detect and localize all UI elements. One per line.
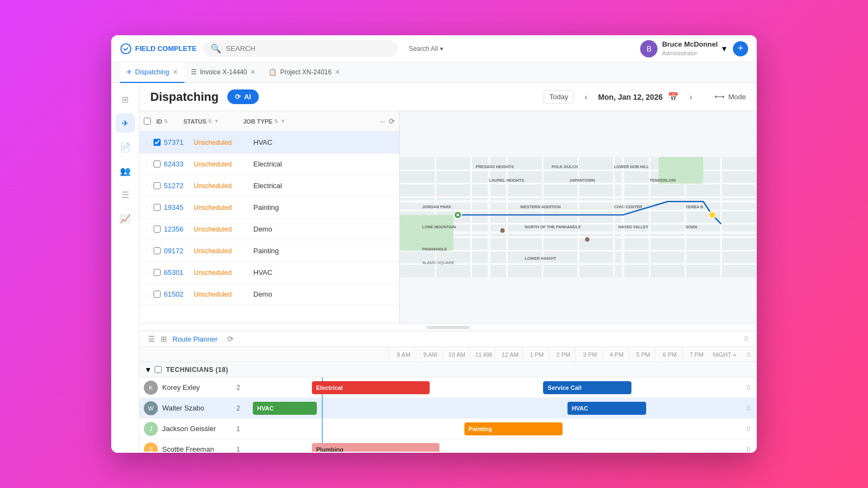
job-block-plumbing[interactable]: Plumbing: [312, 443, 440, 452]
sidebar-item-table[interactable]: ☰: [116, 185, 135, 204]
timeline-divider-jackson: [322, 419, 323, 439]
row-id[interactable]: 57371: [164, 138, 194, 146]
row-checkbox[interactable]: [154, 226, 161, 233]
refresh-timeline-button[interactable]: ⟳: [227, 335, 234, 343]
time-11am: 11 AM: [469, 347, 495, 362]
status-sort-icon[interactable]: ⇅: [208, 119, 212, 124]
jobtype-sort-icon[interactable]: ⇅: [274, 119, 278, 124]
next-date-arrow[interactable]: ›: [684, 91, 697, 104]
search-bar[interactable]: 🔍: [203, 40, 398, 57]
svg-text:JORDAN PARK: JORDAN PARK: [422, 204, 451, 209]
svg-text:JAPANTOWN: JAPANTOWN: [570, 178, 595, 183]
select-all-techs-checkbox[interactable]: [155, 366, 162, 373]
table-row[interactable]: ⋮⋮ 12356 Unscheduled Demo: [139, 219, 399, 240]
table-row[interactable]: ⋮⋮ 19345 Unscheduled Painting: [139, 197, 399, 219]
row-id[interactable]: 19345: [164, 203, 194, 211]
row-jobtype: HVAC: [253, 268, 318, 277]
row-jobtype: Demo: [253, 225, 318, 233]
row-id[interactable]: 09172: [164, 247, 194, 255]
sidebar-item-grid[interactable]: ⊞: [116, 89, 135, 109]
tab-project-close[interactable]: ✕: [335, 69, 340, 75]
svg-point-26: [456, 214, 459, 216]
chevron-down-icon-user[interactable]: ▾: [722, 43, 726, 54]
id-sort-icon[interactable]: ⇅: [164, 119, 168, 124]
row-checkbox[interactable]: [154, 139, 161, 146]
svg-point-29: [585, 237, 590, 242]
sidebar-item-chart[interactable]: 📈: [116, 209, 135, 228]
content-area: Dispatching ⟳ AI Today ‹ Mon, Jan 12, 20…: [139, 83, 757, 453]
main-layout: ⊞ ✈ 📄 👥 ☰ 📈 Dispatching ⟳ AI Today ‹ Mon…: [111, 83, 757, 453]
job-block-hvac-blue[interactable]: HVAC: [567, 402, 646, 415]
table-row[interactable]: ⋮⋮ 57371 Unscheduled HVAC: [139, 132, 399, 153]
row-id[interactable]: 51272: [164, 182, 194, 190]
tab-dispatching-close[interactable]: ✕: [173, 69, 178, 75]
search-input[interactable]: [226, 44, 390, 53]
expand-icon[interactable]: ▾: [146, 364, 150, 375]
search-all-button[interactable]: Search All ▾: [404, 43, 448, 55]
tab-project[interactable]: 📋 Project XN-24016 ✕: [262, 62, 347, 83]
row-id[interactable]: 62433: [164, 160, 194, 168]
sidebar-item-users[interactable]: 👥: [116, 161, 135, 181]
expand-cols-icon[interactable]: ↔: [379, 117, 386, 126]
tab-dispatching[interactable]: ✈ Dispatching ✕: [120, 62, 184, 83]
table-row[interactable]: ⋮⋮ 62433 Unscheduled Electrical: [139, 153, 399, 175]
route-planner-button[interactable]: Route Planner: [173, 335, 218, 343]
sidebar-item-doc[interactable]: 📄: [116, 137, 135, 157]
table-row[interactable]: ⋮⋮ 65301 Unscheduled HVAC: [139, 262, 399, 284]
row-checkbox[interactable]: [154, 269, 161, 276]
row-checkbox[interactable]: [154, 160, 161, 168]
job-block-electrical[interactable]: Electrical: [312, 381, 430, 394]
add-button[interactable]: +: [733, 41, 748, 56]
row-status: Unscheduled: [194, 204, 253, 211]
mode-button[interactable]: ⟷ Mode: [714, 93, 746, 101]
tab-invoice[interactable]: ☰ Invoice X-14440 ✕: [184, 62, 263, 83]
map-svg: PRESIDIO HEIGHTS POLK GULCH LOWER NOB HI…: [400, 111, 757, 323]
sidebar-item-dispatch[interactable]: ✈: [116, 113, 135, 133]
prev-date-arrow[interactable]: ‹: [579, 91, 592, 104]
calendar-icon[interactable]: 📅: [668, 92, 679, 102]
time-12am: 12 AM: [495, 347, 522, 362]
jobtype-filter-icon[interactable]: ▼: [280, 118, 285, 124]
tech-section: ▾ TECHNICIANS (18) K Korey Exley 2 Elect…: [139, 362, 757, 452]
row-jobtype: Painting: [253, 247, 318, 255]
job-block-service-call[interactable]: Service Call: [543, 381, 631, 394]
table-row[interactable]: ⋮⋮ 61502 Unscheduled Demo: [139, 284, 399, 305]
col-id: ID ⇅: [154, 118, 181, 125]
drag-handle: ⋮⋮: [144, 183, 150, 189]
drag-handle: ⋮⋮: [144, 139, 150, 145]
row-checkbox[interactable]: [154, 204, 161, 211]
list-view-icon[interactable]: ☰: [148, 335, 155, 343]
job-block-painting-jackson[interactable]: Painting: [464, 422, 563, 435]
sidebar: ⊞ ✈ 📄 👥 ☰ 📈: [111, 83, 139, 453]
refresh-cols-icon[interactable]: ⟳: [388, 117, 395, 126]
tech-row-right-count-scottie: 0: [739, 446, 752, 452]
row-id[interactable]: 65301: [164, 268, 194, 277]
job-label: Service Call: [548, 384, 582, 391]
row-id[interactable]: 12356: [164, 225, 194, 233]
table-row[interactable]: ⋮⋮ 09172 Unscheduled Painting: [139, 240, 399, 262]
ai-button[interactable]: ⟳ AI: [227, 89, 259, 104]
status-filter-icon[interactable]: ▼: [214, 118, 219, 124]
row-checkbox[interactable]: [154, 182, 161, 189]
row-checkbox[interactable]: [154, 291, 161, 298]
today-button[interactable]: Today: [544, 90, 575, 104]
tab-invoice-label: Invoice X-14440: [200, 68, 247, 76]
row-status: Unscheduled: [194, 139, 253, 146]
row-status: Unscheduled: [194, 182, 253, 190]
svg-text:SOMA: SOMA: [685, 224, 698, 229]
job-block-hvac-green[interactable]: HVAC: [253, 402, 317, 415]
row-id[interactable]: 61502: [164, 290, 194, 298]
ai-icon: ⟳: [235, 93, 241, 101]
time-2pm: 2 PM: [548, 347, 575, 362]
row-status: Unscheduled: [194, 160, 253, 168]
row-checkbox[interactable]: [154, 247, 161, 254]
tab-invoice-close[interactable]: ✕: [250, 69, 256, 75]
table-row[interactable]: ⋮⋮ 51272 Unscheduled Electrical: [139, 175, 399, 197]
row-status: Unscheduled: [194, 226, 253, 233]
time-labels: 8 AM 9 AM 10 AM 11 AM 12 AM 1 PM 2 PM 3 …: [389, 347, 709, 362]
job-label: Painting: [469, 426, 492, 432]
row-jobtype: Electrical: [253, 182, 318, 190]
scroll-indicator-area: [139, 323, 757, 331]
select-all-checkbox[interactable]: [144, 118, 151, 125]
grid-view-icon[interactable]: ⊞: [161, 335, 167, 343]
